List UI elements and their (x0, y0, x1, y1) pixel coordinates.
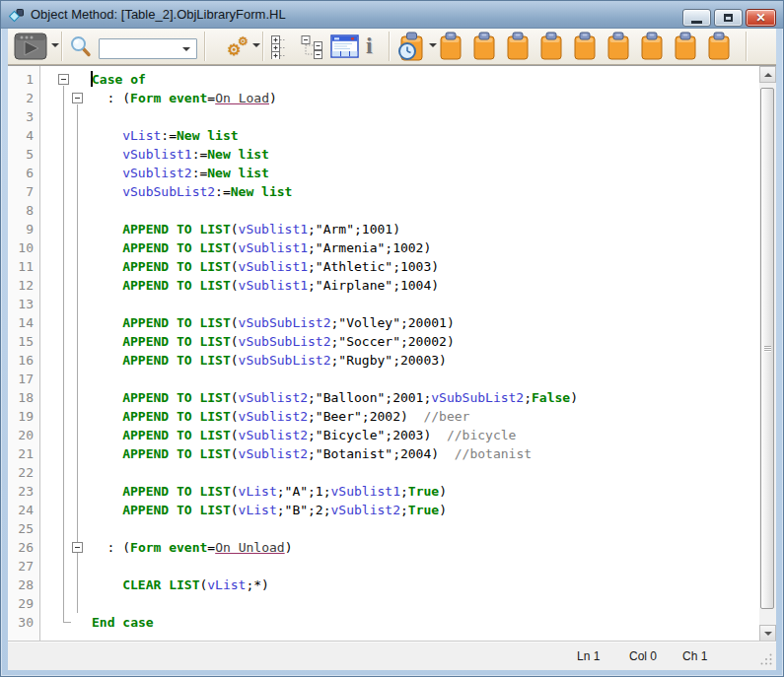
code-text: : (Form event=On Unload) (40, 538, 759, 557)
code-line[interactable]: 26: (Form event=On Unload) (8, 538, 759, 557)
code-line[interactable]: 18APPEND TO LIST(vSublist2;"Balloon";200… (8, 388, 759, 407)
collapse-all-icon[interactable] (300, 35, 325, 59)
line-number: 12 (8, 276, 40, 295)
clipboard-6-icon[interactable] (606, 32, 631, 61)
title-bar[interactable]: Object Method: [Table_2].ObjLibraryForm.… (1, 1, 783, 29)
toolbar-separator (389, 32, 390, 61)
clipboard-3-icon[interactable] (505, 32, 531, 61)
status-column: Col 0 (629, 649, 657, 663)
code-line[interactable]: 13 (8, 295, 759, 313)
code-text: APPEND TO LIST(vSublist2;"Botanist";2004… (40, 444, 759, 463)
text-cursor (91, 71, 93, 87)
expand-all-icon[interactable] (270, 35, 294, 59)
code-line[interactable]: 23APPEND TO LIST(vList;"A";1;vSublist1;T… (8, 482, 759, 501)
run-method-icon[interactable] (14, 33, 47, 60)
scrollbar-thumb[interactable] (760, 88, 774, 609)
resize-grip[interactable] (760, 653, 773, 666)
line-number: 10 (8, 238, 40, 257)
minimize-button[interactable] (682, 9, 711, 27)
code-line[interactable]: 24APPEND TO LIST(vList;"B";2;vSublist2;T… (8, 501, 759, 519)
clipboard-9-icon[interactable] (706, 32, 732, 61)
clipboard-8-icon[interactable] (673, 32, 698, 61)
code-text: APPEND TO LIST(vList;"B";2;vSublist2;Tru… (40, 501, 759, 519)
line-number: 6 (8, 164, 40, 182)
line-number: 4 (8, 126, 40, 145)
clipboard-7-icon[interactable] (639, 32, 665, 61)
clipboard-5-icon[interactable] (572, 32, 598, 61)
close-icon: ✕ (755, 12, 765, 24)
code-line[interactable]: 28CLEAR LIST(vList;*) (8, 575, 759, 594)
code-editor[interactable]: 1Case of2: (Form event=On Load)34vList:=… (8, 65, 759, 641)
search-dropdown-arrow[interactable] (182, 47, 190, 51)
search-input[interactable] (102, 40, 180, 57)
fold-toggle-line-2[interactable] (72, 93, 83, 103)
run-dropdown-arrow[interactable] (51, 43, 59, 47)
code-text: APPEND TO LIST(vSubSubList2;"Soccer";200… (40, 332, 759, 351)
line-number: 13 (8, 295, 40, 313)
code-line[interactable]: 27 (8, 557, 759, 575)
fold-line-outer (63, 86, 64, 622)
code-text: APPEND TO LIST(vSublist1;"Athletic";1003… (40, 257, 759, 276)
code-line[interactable]: 12APPEND TO LIST(vSublist1;"Airplane";10… (8, 276, 759, 295)
clipboard-clock-icon[interactable] (396, 32, 426, 62)
line-number: 21 (8, 444, 40, 463)
code-line[interactable]: 5vSublist1:=New list (8, 145, 759, 164)
code-line[interactable]: 20APPEND TO LIST(vSublist2;"Bicycle";200… (8, 426, 759, 444)
arrow-down-icon (764, 632, 772, 636)
code-line[interactable]: 1Case of (8, 70, 759, 89)
code-line[interactable]: 21APPEND TO LIST(vSublist2;"Botanist";20… (8, 444, 759, 463)
code-line[interactable]: 10APPEND TO LIST(vSublist1;"Armenia";100… (8, 238, 759, 257)
code-text (40, 201, 759, 220)
code-line[interactable]: 25 (8, 519, 759, 538)
code-line[interactable]: 22 (8, 463, 759, 482)
code-line[interactable]: 6vSublist2:=New list (8, 164, 759, 182)
form-preview-icon[interactable] (330, 34, 360, 59)
clipboard-1-icon[interactable] (438, 32, 463, 61)
code-line[interactable]: 7vSubSubList2:=New list (8, 182, 759, 201)
line-number: 28 (8, 575, 40, 594)
clipboard-menu-dropdown-arrow[interactable] (429, 43, 437, 47)
line-number: 17 (8, 370, 40, 388)
line-number: 15 (8, 332, 40, 351)
line-number: 2 (8, 89, 40, 107)
object-method-icon (9, 7, 25, 23)
line-number: 11 (8, 257, 40, 276)
code-line[interactable]: 3 (8, 107, 759, 126)
code-line[interactable]: 8 (8, 201, 759, 220)
fold-line-corner (63, 622, 71, 623)
scroll-down-button[interactable] (759, 625, 776, 642)
code-line[interactable]: 4vList:=New list (8, 126, 759, 145)
code-text: vSubSubList2:=New list (40, 182, 759, 201)
code-text (40, 594, 759, 613)
vertical-scrollbar[interactable] (759, 65, 776, 641)
clipboard-2-icon[interactable] (471, 32, 497, 61)
code-line[interactable]: 19APPEND TO LIST(vSublist2;"Beer";2002) … (8, 407, 759, 426)
scroll-up-button[interactable] (759, 66, 776, 83)
code-line[interactable]: 11APPEND TO LIST(vSublist1;"Athletic";10… (8, 257, 759, 276)
code-text: End case (40, 613, 759, 632)
code-line[interactable]: 15APPEND TO LIST(vSubSubList2;"Soccer";2… (8, 332, 759, 351)
code-line[interactable]: 30End case (8, 613, 759, 632)
minimize-icon (691, 21, 702, 24)
code-text (40, 295, 759, 313)
search-combobox[interactable] (99, 38, 197, 59)
close-button[interactable]: ✕ (746, 9, 776, 27)
code-line[interactable]: 14APPEND TO LIST(vSubSubList2;"Volley";2… (8, 313, 759, 332)
code-line[interactable]: 9APPEND TO LIST(vSublist1;"Arm";1001) (8, 220, 759, 238)
maximize-button[interactable] (714, 9, 743, 27)
window-title: Object Method: [Table_2].ObjLibraryForm.… (31, 7, 286, 22)
code-line[interactable]: 29 (8, 594, 759, 613)
settings-dropdown-arrow[interactable] (252, 43, 260, 47)
code-line[interactable]: 17 (8, 370, 759, 388)
code-text: APPEND TO LIST(vSubSubList2;"Volley";200… (40, 313, 759, 332)
fold-toggle-line-1[interactable] (58, 74, 69, 85)
line-number: 23 (8, 482, 40, 501)
fold-toggle-line-26[interactable] (72, 542, 83, 553)
code-line[interactable]: 2: (Form event=On Load) (8, 89, 759, 107)
clipboard-4-icon[interactable] (538, 32, 564, 61)
fold-line-inner (77, 104, 78, 613)
info-icon[interactable]: i (366, 34, 373, 57)
line-number: 30 (8, 613, 40, 632)
toolbar-separator (61, 32, 62, 61)
code-line[interactable]: 16APPEND TO LIST(vSubSubList2;"Rugby";20… (8, 351, 759, 370)
